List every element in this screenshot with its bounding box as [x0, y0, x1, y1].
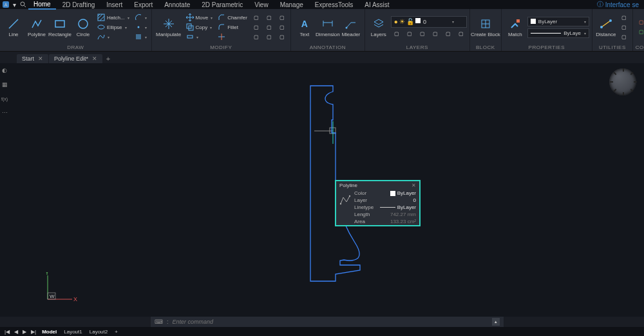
layer-tool-2[interactable]: ▢ [404, 30, 415, 39]
match-icon [509, 17, 522, 30]
copy-button[interactable]: Copy▾ [184, 23, 215, 32]
line-button[interactable]: Line [3, 16, 24, 39]
app-icon[interactable]: A [3, 1, 9, 8]
layer-tool-5[interactable]: ▢ [442, 30, 454, 39]
menu-2d-parametric[interactable]: 2D Parametric [196, 1, 248, 9]
entity-tooltip: Polyline ✕ ColorByLayer Layer0 LinetypeB… [335, 180, 421, 226]
nav-next[interactable]: ▶ [21, 328, 28, 335]
move-button[interactable]: Move▾ [184, 13, 215, 22]
util-2[interactable]: ▢ [618, 23, 630, 32]
modify-ext-2[interactable] [216, 32, 249, 41]
info-icon[interactable]: ⓘ [596, 1, 604, 8]
modify-grid-7[interactable]: ▢ [276, 13, 288, 22]
menu-export[interactable]: Export [129, 1, 158, 9]
nav-first[interactable]: |◀ [3, 328, 12, 335]
fillet-button[interactable]: Fillet [216, 23, 249, 32]
command-line[interactable]: ⌨ : ▴ [151, 317, 504, 327]
lightbulb-icon: ● [394, 18, 398, 25]
svg-point-9 [98, 25, 104, 29]
draw-more-button[interactable]: ▾ [95, 32, 131, 41]
close-icon[interactable]: ✕ [412, 183, 416, 188]
close-icon[interactable]: ✕ [38, 55, 43, 62]
draw-ext-2[interactable]: ▾ [133, 23, 149, 32]
dimension-button[interactable]: Dimension [317, 16, 339, 39]
ctrl-2[interactable]: ▢ [636, 28, 644, 37]
color-selector[interactable]: ByLayer▾ [527, 17, 589, 26]
ctrl-1[interactable]: ▢ [636, 18, 644, 27]
modify-grid-6[interactable]: ▢ [263, 32, 275, 41]
draw-ext-1[interactable]: ▾ [133, 13, 149, 22]
polyline-button[interactable]: Polyline [26, 16, 48, 39]
layer-tool-4[interactable]: ▢ [430, 30, 441, 39]
linetype-selector[interactable]: ByLaye▾ [527, 28, 589, 38]
view-cube[interactable] [609, 68, 636, 95]
menu-view[interactable]: View [249, 1, 274, 9]
hatch-icon [97, 14, 105, 21]
layout-tab-2[interactable]: Layout2 [86, 329, 111, 335]
svg-line-2 [9, 19, 18, 28]
modify-grid-4[interactable]: ▢ [263, 13, 275, 22]
layer-tool-3[interactable]: ▢ [417, 30, 428, 39]
menu-insert[interactable]: Insert [101, 1, 128, 9]
util-3[interactable]: ▢ [618, 32, 630, 41]
hatch-button[interactable]: Hatch...▾ [95, 13, 131, 22]
menu-manage[interactable]: Manage [275, 1, 308, 9]
modify-ext-1[interactable]: ▾ [184, 32, 215, 41]
menu-home[interactable]: Home [28, 0, 56, 10]
status-bar: |◀ ◀ ▶ ▶| Model Layout1 Layout2 + [0, 327, 644, 336]
dropdown-icon[interactable]: ▾ [10, 1, 18, 8]
search-icon[interactable] [19, 1, 27, 8]
layer-selector[interactable]: ● ☀ 🔓 0 ▾ [391, 16, 467, 28]
rectangle-button[interactable]: Rectangle [49, 16, 71, 39]
tab-start[interactable]: Start✕ [17, 54, 48, 63]
ucs-x-label: X [73, 296, 77, 302]
layout-tab-model[interactable]: Model [39, 329, 60, 335]
layout-tab-1[interactable]: Layout1 [61, 329, 85, 335]
group-label-control: CONTROL [636, 44, 644, 51]
drawing-canvas[interactable]: ◐ ▦ f(x) ⋯ Polyline ✕ ColorByLayer Layer… [0, 63, 644, 317]
ellipse-button[interactable]: Ellipse▾ [95, 23, 131, 32]
add-layout-button[interactable]: + [111, 329, 121, 335]
add-tab-button[interactable]: + [103, 54, 113, 63]
nav-last[interactable]: ▶| [29, 328, 38, 335]
distance-button[interactable]: Distance [595, 16, 617, 39]
create-block-button[interactable]: Create Block [473, 16, 498, 39]
group-label-draw: DRAW [3, 44, 149, 51]
util-1[interactable]: ▢ [618, 13, 630, 22]
svg-point-20 [345, 26, 347, 28]
modify-grid-5[interactable]: ▢ [263, 23, 275, 32]
modify-grid-9[interactable]: ▢ [276, 32, 288, 41]
svg-point-32 [349, 195, 350, 197]
color-swatch [415, 18, 421, 23]
tab-polyline-edit[interactable]: Polyline Edit*✕ [49, 54, 102, 63]
layer-tool-1[interactable]: ▢ [391, 30, 402, 39]
menu-bar: A ▾ Home 2D Drafting Insert Export Annot… [0, 0, 644, 9]
menu-expresstools[interactable]: ExpressTools [310, 1, 358, 9]
modify-grid-2[interactable]: ▢ [251, 23, 262, 32]
modify-grid-3[interactable]: ▢ [251, 32, 262, 41]
point-icon [135, 23, 142, 31]
modify-grid-1[interactable]: ▢ [251, 13, 262, 22]
draw-ext-3[interactable]: ▾ [133, 32, 149, 41]
layer-tool-6[interactable]: ▢ [455, 30, 467, 39]
text-button[interactable]: AText [294, 16, 316, 39]
svg-point-27 [609, 19, 612, 22]
cmd-history-button[interactable]: ▴ [492, 318, 500, 326]
interface-settings-link[interactable]: Interface se [605, 1, 641, 8]
menu-2d-drafting[interactable]: 2D Drafting [57, 1, 100, 9]
match-button[interactable]: Match [504, 16, 526, 39]
nav-prev[interactable]: ◀ [12, 328, 20, 335]
mleader-button[interactable]: Mleader [340, 16, 362, 39]
menu-ai-assist[interactable]: AI Assist [359, 1, 394, 9]
close-icon[interactable]: ✕ [92, 55, 97, 62]
command-input[interactable] [173, 319, 488, 325]
layers-button[interactable]: Layers [368, 16, 390, 39]
scale-icon: ▢ [265, 23, 273, 31]
chamfer-button[interactable]: Chamfer [216, 13, 249, 22]
modify-grid-8[interactable]: ▢ [276, 23, 288, 32]
circle-button[interactable]: Circle [72, 16, 94, 39]
menu-annotate[interactable]: Annotate [159, 1, 195, 9]
manipulate-button[interactable]: Manipulate [155, 16, 183, 39]
select-icon: ▢ [620, 33, 628, 41]
layer-name: 0 [423, 19, 449, 25]
